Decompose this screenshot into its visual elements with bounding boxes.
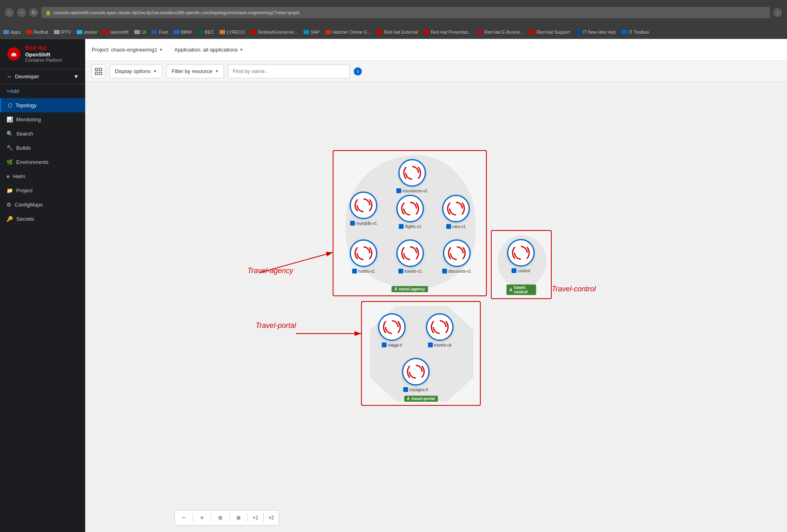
sidebar-item-environments[interactable]: 🌿 Environments <box>0 155 85 169</box>
bookmark-ithire[interactable]: IT New Hire Hub <box>576 30 616 34</box>
svg-rect-3 <box>99 68 102 71</box>
configmaps-icon: ⚙ <box>6 202 11 208</box>
node-mysqldb-v1[interactable]: mysqldb-v1 <box>350 192 377 226</box>
bookmark-iptv[interactable]: IPTV <box>54 30 71 34</box>
bookmark-rhsupport[interactable]: Red Hat Support <box>529 30 570 34</box>
bookmark-rhpresent[interactable]: Red Hat Presentat... <box>424 30 471 34</box>
travels-label: travels-v1 <box>404 269 422 274</box>
display-options-chevron: ▼ <box>153 69 157 73</box>
display-options-button[interactable]: Display options ▼ <box>110 65 162 78</box>
project-label: Project: chaos-engineering1 <box>92 47 157 53</box>
sidebar-brand: Red Hat OpenShift Container Platform <box>0 39 85 69</box>
travel-control-group[interactable]: control A travel-control <box>491 230 552 299</box>
bookmark-ui[interactable]: UI <box>134 30 146 34</box>
bookmark-hetzner[interactable]: Hetzner Online G... <box>325 30 371 34</box>
bookmark-ittoolbox[interactable]: IT Toolbox <box>621 30 649 34</box>
travel-portal-label: Travel-portal <box>256 321 296 330</box>
discounts-label: discounts-v1 <box>448 269 471 274</box>
bookmark-rhexternal[interactable]: Red Hat External <box>376 30 418 34</box>
bookmark-bec[interactable]: BEC <box>198 30 214 34</box>
sidebar-nav: ⬡ Topology 📊 Monitoring 🔍 Search 🔨 Build… <box>0 98 85 532</box>
developer-switcher[interactable]: ↔ Developer ▼ <box>0 69 85 84</box>
bookmark-openshift[interactable]: openshift <box>103 30 129 34</box>
d-icon <box>446 224 451 229</box>
node-insurances-v1[interactable]: insurances-v1 <box>396 159 428 193</box>
zoom-controls: − + ⊞ ⊠ ×1 ×2 <box>174 510 279 526</box>
bookmark-apps[interactable]: Apps <box>3 30 21 34</box>
insurances-label: insurances-v1 <box>402 189 428 193</box>
node-viaggi-it[interactable]: viaggi-it <box>378 313 406 347</box>
filter-toolbar: Display options ▼ Filter by resource ▼ i <box>85 61 787 82</box>
topology-view-icon <box>95 68 102 75</box>
bookmark-redhatgov[interactable]: RedHatGov/servic... <box>251 30 298 34</box>
svg-rect-4 <box>95 72 98 75</box>
developer-label: ↔ Developer <box>6 73 39 80</box>
node-voyages-fr[interactable]: voyages-fr <box>402 358 430 392</box>
back-button[interactable]: ← <box>5 8 14 17</box>
bookmark-docker[interactable]: docker <box>77 30 97 34</box>
zoom-out-button[interactable]: − <box>178 512 189 523</box>
node-control[interactable]: control <box>507 239 535 273</box>
bookmark-sap[interactable]: SAP <box>303 30 320 34</box>
sidebar-item-configmaps[interactable]: ⚙ ConfigMaps <box>0 198 85 212</box>
builds-icon: 🔨 <box>6 145 13 151</box>
menu-button[interactable]: ⋮ <box>773 8 782 17</box>
reset-button[interactable]: ⊠ <box>233 512 244 523</box>
bookmark-lyreco[interactable]: LYRECO <box>219 30 245 34</box>
display-options-label: Display options <box>115 68 151 74</box>
sidebar-item-secrets[interactable]: 🔑 Secrets <box>0 212 85 226</box>
brand-platform: Container Platform <box>25 58 62 63</box>
travels-uk-label: travels-uk <box>434 343 452 347</box>
d-icon <box>350 221 355 226</box>
node-travels-uk[interactable]: travels-uk <box>426 313 454 347</box>
refresh-button[interactable]: ↻ <box>29 8 38 17</box>
sidebar-item-monitoring[interactable]: 📊 Monitoring <box>0 112 85 127</box>
node-cars-v1[interactable]: cars-v1 <box>442 195 470 229</box>
node-flights-v1[interactable]: flights-v1 <box>396 195 424 229</box>
mysqldb-label: mysqldb-v1 <box>356 221 377 226</box>
voyages-label: voyages-fr <box>409 388 428 392</box>
d-icon <box>428 342 433 347</box>
info-icon[interactable]: i <box>354 67 362 75</box>
bookmarks-bar: Apps Redhat IPTV docker openshift UI Foo… <box>0 25 787 39</box>
add-button[interactable]: +Add <box>0 84 85 98</box>
bookmark-redhat[interactable]: Redhat <box>26 30 48 34</box>
d-icon <box>403 387 408 392</box>
sidebar-item-project[interactable]: 📁 Project <box>0 183 85 198</box>
filter-by-resource-button[interactable]: Filter by resource ▼ <box>166 65 224 78</box>
url-bar[interactable]: 🔒 console-openshift-console.apps.cluster… <box>41 7 770 18</box>
svg-rect-5 <box>99 72 102 75</box>
search-input[interactable] <box>228 65 350 78</box>
forward-button[interactable]: → <box>17 8 26 17</box>
filter-by-resource-label: Filter by resource <box>172 68 212 74</box>
d-icon <box>398 269 403 274</box>
travel-portal-group[interactable]: viaggi-it travels-uk <box>361 301 481 406</box>
fit-button[interactable]: ⊞ <box>215 512 226 523</box>
sidebar-item-search[interactable]: 🔍 Search <box>0 127 85 141</box>
sidebar-item-helm[interactable]: ⎈ Helm <box>0 169 85 183</box>
sidebar-item-builds[interactable]: 🔨 Builds <box>0 141 85 155</box>
node-hotels-v1[interactable]: hotels-v1 <box>350 239 377 274</box>
d-icon <box>352 269 357 274</box>
bookmark-foot[interactable]: Foot <box>152 30 168 34</box>
travel-agency-group[interactable]: insurances-v1 mysqldb-v1 <box>333 150 487 296</box>
bookmark-rhebiz[interactable]: Red Hat E-Busine... <box>477 30 524 34</box>
developer-chevron: ▼ <box>73 73 79 80</box>
application-chevron: ▼ <box>239 47 243 52</box>
environments-icon: 🌿 <box>6 159 13 165</box>
application-selector[interactable]: Application: all applications ▼ <box>174 47 243 53</box>
topology-canvas[interactable]: Travel-agency Travel-control Travel-port… <box>85 82 787 532</box>
brand-text: Red Hat OpenShift Container Platform <box>25 45 62 63</box>
zoom-in-button[interactable]: + <box>196 512 208 523</box>
node-travels-v1[interactable]: travels-v1 <box>396 239 424 274</box>
top-toolbar: Project: chaos-engineering1 ▼ Applicatio… <box>85 39 787 61</box>
node-discounts-v1[interactable]: discounts-v1 <box>442 239 471 274</box>
svg-rect-2 <box>95 68 98 71</box>
browser-chrome: ← → ↻ 🔒 console-openshift-console.apps.c… <box>0 0 787 25</box>
zoom-level-2: ×2 <box>267 515 276 521</box>
sidebar-item-topology[interactable]: ⬡ Topology <box>0 98 85 112</box>
view-toggle-button[interactable] <box>92 65 105 78</box>
zoom-divider-2 <box>211 514 211 522</box>
bookmark-bmw[interactable]: BMW <box>174 30 192 34</box>
project-selector[interactable]: Project: chaos-engineering1 ▼ <box>92 47 163 53</box>
